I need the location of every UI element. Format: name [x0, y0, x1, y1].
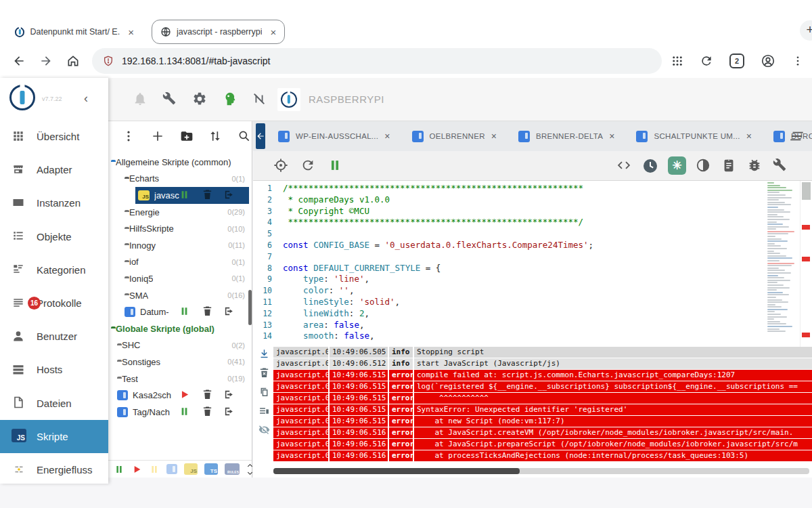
log-hscrollbar-thumb[interactable]: [273, 468, 520, 474]
pause-script-icon[interactable]: [179, 406, 191, 419]
close-tab-icon[interactable]: ×: [270, 26, 276, 38]
delete-script-icon[interactable]: [202, 305, 215, 318]
wrap-lines-icon[interactable]: [258, 405, 270, 417]
hide-log-icon[interactable]: [258, 424, 270, 436]
tree-menu-icon[interactable]: [122, 129, 136, 144]
tree-scrollbar-thumb[interactable]: [248, 290, 252, 325]
tree-folder-globale-skripte-global-[interactable]: Globale Skripte (global): [108, 320, 252, 337]
shield-warning-icon[interactable]: [103, 56, 114, 66]
add-script-icon[interactable]: [151, 129, 165, 144]
log-row[interactable]: javascript.010:49:06.516error at JavaScr…: [273, 427, 812, 439]
editor-tab-wp-ein-ausschal-[interactable]: WP-EIN-AUSSCHAL...×: [267, 121, 401, 151]
sidebar-item-objekte[interactable]: Objekte: [0, 220, 108, 253]
sidebar-item-übersicht[interactable]: Übersicht: [0, 120, 108, 153]
cron-clock-icon[interactable]: [642, 158, 658, 174]
log-row[interactable]: javascript.010:49:06.512infostart JavaSc…: [273, 358, 812, 370]
log-row[interactable]: javascript.010:49:06.515errorlog(`regist…: [273, 381, 812, 393]
log-row[interactable]: javascript.010:49:06.515error ^^^^^^^^^^…: [273, 393, 812, 404]
tree-folder-innogy[interactable]: Innogy0(11): [108, 237, 252, 254]
editor-tab-schaltpunkte-um-[interactable]: SCHALTPUNKTE UM...×: [625, 121, 762, 151]
clipboard-icon[interactable]: [721, 158, 738, 174]
gear-icon[interactable]: [192, 91, 208, 108]
log-hscrollbar[interactable]: [273, 468, 809, 474]
copy-log-icon[interactable]: [258, 386, 270, 398]
browser-tab-javascript[interactable]: javascript - raspberrypi ×: [152, 20, 285, 44]
home-icon[interactable]: [60, 54, 87, 68]
reload-icon[interactable]: [700, 54, 713, 68]
tabs-menu-icon[interactable]: [790, 131, 805, 142]
pause-script-icon[interactable]: [179, 189, 191, 202]
restart-icon[interactable]: [300, 158, 317, 174]
sidebar-item-dateien[interactable]: Dateien: [0, 387, 108, 420]
log-row[interactable]: javascript.010:49:06.515errorcompile fai…: [273, 370, 812, 381]
log-row[interactable]: javascript.010:49:06.515error at new Scr…: [273, 416, 812, 427]
tree-folder-energie[interactable]: Energie0(29): [108, 204, 252, 221]
download-log-icon[interactable]: [258, 348, 270, 360]
close-tab-icon[interactable]: ×: [746, 131, 752, 142]
filter-ts-icon[interactable]: TS: [204, 463, 218, 475]
close-tab-icon[interactable]: ×: [491, 131, 497, 142]
filter-problem-icon[interactable]: [149, 464, 160, 475]
tree-script-datum-[interactable]: Datum-: [108, 303, 252, 320]
tree-folder-sma[interactable]: SMA0(16): [108, 287, 252, 304]
filter-running-icon[interactable]: [131, 464, 142, 475]
log-row[interactable]: javascript.010:49:06.516error at JavaScr…: [273, 439, 812, 450]
sidebar-item-protokolle[interactable]: 16Protokolle: [0, 287, 108, 320]
sidebar-item-skripte[interactable]: JSSkripte: [0, 420, 108, 453]
tree-script-kasa2sch[interactable]: Kasa2sch: [108, 387, 252, 404]
debug-icon[interactable]: [747, 158, 763, 174]
sidebar-item-hosts[interactable]: Hosts: [0, 353, 108, 386]
tree-folder-hilfsskripte[interactable]: HilfsSkripte0(10): [108, 220, 252, 237]
export-script-icon[interactable]: [223, 305, 236, 318]
sidebar-item-energiefluss[interactable]: Energiefluss: [0, 453, 108, 486]
filter-blockly-icon[interactable]: [166, 464, 177, 474]
profile-icon[interactable]: [761, 54, 775, 68]
sort-icon[interactable]: [208, 129, 223, 144]
log-row[interactable]: javascript.010:49:06.515errorSyntaxError…: [273, 404, 812, 416]
code-view-icon[interactable]: [616, 158, 633, 174]
log-row[interactable]: javascript.010:49:06.516error at process…: [273, 450, 812, 462]
collapse-sidebar-icon[interactable]: ‹: [84, 91, 88, 106]
url-bar[interactable]: 192.168.1.134:8081/#tab-javascript: [92, 48, 662, 74]
new-tab-button[interactable]: +: [800, 20, 812, 41]
editor-tab-brenner-delta[interactable]: BRENNER-DELTA×: [508, 121, 626, 151]
editor-scrollbar[interactable]: [800, 181, 812, 347]
locate-icon[interactable]: [273, 158, 290, 174]
tab-counter[interactable]: 2: [729, 54, 744, 68]
theme-toggle-icon[interactable]: [696, 158, 712, 174]
browser-tab-datenpunkt[interactable]: Datenpunkt mit Start/ E... ×: [7, 20, 142, 44]
sidebar-item-instanzen[interactable]: Instanzen: [0, 186, 108, 219]
events-off-icon[interactable]: [252, 91, 268, 108]
export-script-icon[interactable]: [223, 406, 236, 419]
browser-menu-icon[interactable]: [792, 55, 804, 67]
log-row[interactable]: javascript.010:49:06.505infoStopping scr…: [273, 347, 812, 358]
sidebar-item-kategorien[interactable]: Kategorien: [0, 253, 108, 287]
tree-folder-shc[interactable]: SHC0(2): [108, 337, 252, 354]
filter-js-icon[interactable]: JS: [184, 463, 198, 475]
export-script-icon[interactable]: [223, 189, 236, 202]
back-icon[interactable]: [5, 54, 32, 68]
tree-folder-echarts[interactable]: Echarts0(1): [108, 171, 252, 188]
filter-rules-icon[interactable]: RULES: [225, 463, 240, 475]
sidebar-item-adapter[interactable]: Adapter: [0, 153, 108, 186]
delete-script-icon[interactable]: [202, 189, 215, 202]
close-tab-icon[interactable]: ×: [128, 26, 134, 38]
tree-folder-ioniq5[interactable]: Ioniq50(1): [108, 270, 252, 287]
tree-folder-test[interactable]: Test0(19): [108, 371, 252, 387]
close-tab-icon[interactable]: ×: [384, 131, 390, 142]
delete-script-icon[interactable]: [202, 389, 215, 402]
add-folder-icon[interactable]: [180, 129, 194, 144]
tree-script-tag-nach[interactable]: Tag/Nach: [108, 404, 252, 421]
clear-log-icon[interactable]: [258, 367, 270, 379]
start-script-icon[interactable]: [179, 389, 191, 402]
close-tab-icon[interactable]: ×: [609, 131, 614, 142]
bell-icon[interactable]: [133, 91, 149, 108]
pause-script-icon[interactable]: [179, 305, 191, 318]
pause-script-icon[interactable]: [328, 158, 344, 174]
editor-scrollbar-thumb[interactable]: [802, 182, 811, 200]
minimap[interactable]: [767, 182, 797, 333]
expert-mode-icon[interactable]: [222, 91, 238, 108]
wrench-icon[interactable]: [162, 91, 179, 108]
apps-grid-icon[interactable]: [671, 55, 683, 67]
export-script-icon[interactable]: [223, 389, 236, 402]
